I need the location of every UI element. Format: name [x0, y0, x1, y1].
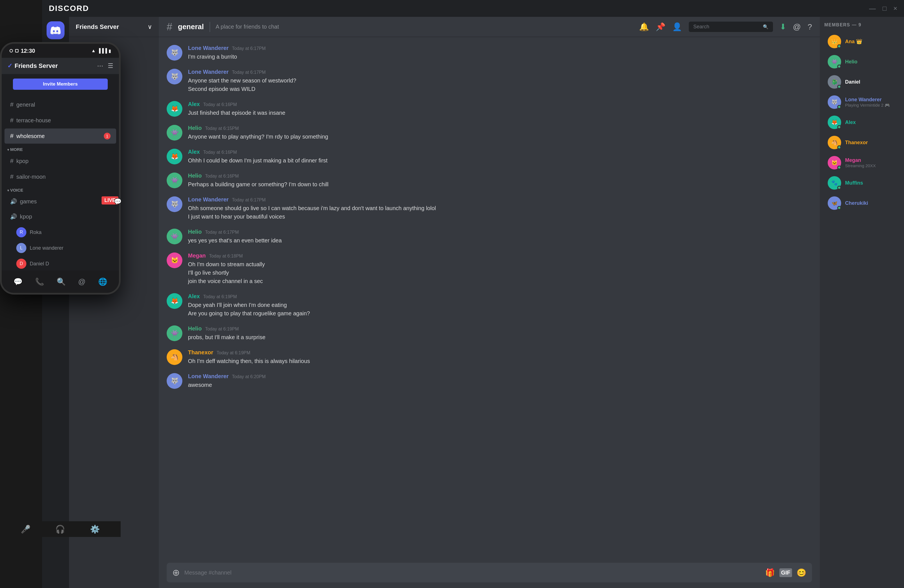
avatar: 🦊	[167, 149, 182, 164]
download-icon[interactable]: ⬇	[780, 22, 786, 32]
time-display: 12:30	[21, 48, 35, 54]
message-author: Alex	[188, 293, 200, 300]
message-group: 🐺 Lone Wanderer Today at 6:20PM awesome	[167, 373, 812, 389]
mobile-voice-games[interactable]: 🔊 games	[5, 194, 116, 209]
channel-description: A place for friends to chat	[216, 24, 279, 30]
invite-members-button[interactable]: Invite Members	[13, 79, 108, 90]
inbox-icon[interactable]: @	[793, 22, 801, 32]
member-item[interactable]: 👑 Ana 👑	[824, 32, 899, 51]
message-author: Helio	[188, 326, 202, 332]
message-input[interactable]	[184, 569, 761, 576]
member-item[interactable]: 🐾 Muffins	[824, 173, 899, 193]
member-info: Lone Wanderer Playing Vermintide 2 🎮	[845, 97, 896, 108]
hash-icon: #	[10, 133, 13, 140]
message-header: Helio Today at 6:19PM	[188, 326, 812, 332]
mic-icon[interactable]: 🎤	[21, 525, 31, 534]
mobile-nav-mentions[interactable]: @	[78, 277, 85, 286]
message-group: 👾 Helio Today at 6:19PM probs, but I'll …	[167, 326, 812, 341]
message-group: 👾 Helio Today at 6:17PM yes yes yes that…	[167, 229, 812, 245]
channel-name: general	[16, 101, 35, 108]
gift-icon[interactable]: 🎁	[765, 568, 775, 577]
message-author: Helio	[188, 172, 202, 179]
globe-icon: 🌐	[98, 277, 107, 286]
mobile-voice-kpop[interactable]: 🔊 kpop	[5, 209, 116, 224]
pin-icon[interactable]: 📌	[656, 22, 665, 32]
members-icon[interactable]: 👤	[672, 22, 682, 32]
add-file-button[interactable]: ⊕	[172, 567, 180, 578]
member-item[interactable]: 🦋 Cherukiki	[824, 194, 899, 213]
unread-badge: 1	[104, 133, 111, 139]
message-content: Helio Today at 6:16PM Perhaps a building…	[188, 172, 812, 188]
channel-title: general	[178, 22, 204, 31]
message-timestamp: Today at 6:19PM	[203, 294, 237, 299]
avatar: L	[16, 243, 26, 253]
member-name: Alex	[845, 120, 896, 125]
member-info: Alex	[845, 120, 896, 125]
channel-name: wholesome	[16, 133, 44, 139]
member-name: Lone wanderer	[30, 245, 63, 251]
member-item[interactable]: 🐴 Thanexor	[824, 133, 899, 152]
maximize-button[interactable]: □	[882, 5, 887, 12]
avatar: 🐺	[167, 196, 182, 212]
gif-icon[interactable]: GIF	[779, 568, 792, 577]
message-text: yes yes yes that's an even better idea	[188, 236, 812, 245]
search-input[interactable]	[693, 24, 760, 30]
mobile-voice-member-lonewanderer[interactable]: L Lone wanderer	[2, 240, 119, 256]
channel-hash-icon: #	[167, 21, 172, 33]
chat-header: # general A place for friends to chat 🔔 …	[159, 17, 820, 37]
mobile-channel-general[interactable]: # general	[5, 97, 116, 112]
emoji-icon[interactable]: 😊	[797, 568, 806, 577]
mobile-channel-sailor-moon[interactable]: # sailor-moon	[5, 169, 116, 184]
message-content: Thanexor Today at 6:19PM Oh I'm deff wat…	[188, 349, 812, 365]
avatar: 🦋	[828, 196, 841, 210]
avatar: 🐾	[828, 176, 841, 190]
minimize-button[interactable]: —	[869, 5, 876, 12]
message-text: Oh I'm down to stream actuallyI'll go li…	[188, 260, 812, 285]
close-button[interactable]: ×	[893, 5, 897, 12]
member-item[interactable]: 🐱 Megan Streaming 20XX	[824, 153, 899, 172]
message-text: Dope yeah I'll join when I'm done eating…	[188, 301, 812, 318]
message-timestamp: Today at 6:16PM	[205, 174, 239, 179]
member-item[interactable]: 👾 Helio	[824, 52, 899, 71]
messages-container: 🐺 Lone Wanderer Today at 6:17PM I'm crav…	[159, 37, 820, 557]
avatar: 👾	[167, 125, 182, 141]
member-item[interactable]: 🐉 Daniel	[824, 73, 899, 92]
bell-icon[interactable]: 🔔	[639, 22, 649, 32]
settings-icon[interactable]: ⚙️	[90, 525, 100, 534]
mobile-nav-chat[interactable]: 💬	[13, 277, 22, 286]
mobile-menu-icon[interactable]: ☰	[108, 62, 113, 70]
search-box[interactable]: 🔍	[689, 22, 773, 32]
mobile-channel-kpop[interactable]: # kpop	[5, 153, 116, 169]
message-content: Megan Today at 6:18PM Oh I'm down to str…	[188, 253, 812, 285]
member-name: Cherukiki	[845, 200, 896, 206]
server-header[interactable]: Friends Server ∨	[69, 17, 159, 37]
headphones-icon[interactable]: 🎧	[55, 525, 65, 534]
battery-icon: ▮	[109, 48, 111, 54]
message-header: Helio Today at 6:16PM	[188, 172, 812, 179]
avatar: 🐱	[167, 253, 182, 268]
message-header: Lone Wanderer Today at 6:20PM	[188, 373, 812, 379]
message-author: Helio	[188, 125, 202, 131]
chat-bubble-icon: 💬	[114, 198, 122, 205]
mobile-channel-section: # general # terrace-house # wholesome 1 …	[2, 94, 119, 270]
mobile-voice-member-danield[interactable]: D Daniel D	[2, 256, 119, 270]
message-header: Alex Today at 6:16PM	[188, 149, 812, 155]
mobile-nav-search[interactable]: 🔍	[57, 277, 66, 286]
mobile-channel-wholesome[interactable]: # wholesome 1	[5, 128, 116, 144]
server-icon-discord[interactable]	[47, 21, 65, 39]
member-item[interactable]: 🐺 Lone Wanderer Playing Vermintide 2 🎮	[824, 93, 899, 112]
avatar: 🦊	[828, 115, 841, 129]
avatar: 🐺	[828, 95, 841, 109]
mobile-nav-call[interactable]: 📞	[35, 277, 44, 286]
message-header: Alex Today at 6:16PM	[188, 101, 812, 107]
avatar: 👾	[167, 326, 182, 341]
message-timestamp: Today at 6:17PM	[232, 198, 266, 202]
mobile-nav-discover[interactable]: 🌐	[98, 277, 107, 286]
message-timestamp: Today at 6:16PM	[203, 102, 237, 107]
member-item[interactable]: 🦊 Alex	[824, 113, 899, 132]
mobile-members-icon[interactable]: ⋯	[97, 62, 103, 70]
help-icon[interactable]: ?	[808, 22, 812, 32]
mobile-content: ✓ Friends Server ⋯ ☰ Invite Members # ge…	[2, 58, 119, 270]
mobile-channel-terrace-house[interactable]: # terrace-house	[5, 113, 116, 128]
mobile-voice-member-roka[interactable]: R Roka	[2, 224, 119, 240]
